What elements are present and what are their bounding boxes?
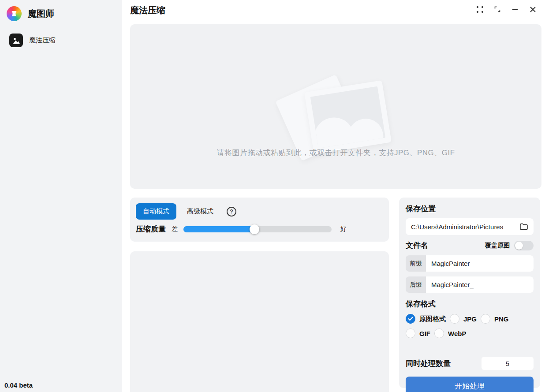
tab-advanced-mode[interactable]: 高级模式 — [180, 203, 220, 220]
image-dropzone[interactable]: 请将图片拖动或粘贴到此，或双击打开文件夹，支持JPG、PNG、GIF — [130, 24, 541, 189]
overwrite-original-label: 覆盖原图 — [485, 242, 510, 250]
file-list-panel — [130, 251, 389, 392]
sidebar-item-magic-compress[interactable]: 魔法压缩 — [9, 34, 117, 47]
concurrency-label: 同时处理数量 — [406, 358, 451, 369]
drag-dots-icon[interactable] — [471, 3, 489, 16]
save-settings-panel: 保存位置 C:\Users\Administrator\Pictures 文件名… — [399, 198, 540, 388]
maximize-icon[interactable] — [489, 3, 506, 16]
image-icon — [9, 34, 23, 47]
save-location-input[interactable]: C:\Users\Administrator\Pictures — [406, 218, 534, 235]
start-processing-button[interactable]: 开始处理 — [406, 377, 534, 392]
drag-dots-glyph — [477, 6, 483, 13]
sidebar-item-label: 魔法压缩 — [29, 36, 56, 45]
save-location-value: C:\Users\Administrator\Pictures — [411, 223, 519, 231]
quality-slider-thumb[interactable] — [250, 224, 259, 234]
version-label: 0.04 beta — [4, 381, 33, 389]
save-location-heading: 保存位置 — [406, 204, 534, 214]
quality-min-label: 差 — [172, 225, 178, 233]
app-logo-icon — [7, 6, 22, 21]
suffix-field: 后缀 — [406, 276, 534, 293]
minimize-icon[interactable] — [506, 3, 524, 16]
suffix-input[interactable] — [426, 276, 534, 293]
sidebar: 魔图师 魔法压缩 0.04 beta — [0, 0, 122, 392]
minimize-glyph — [511, 6, 519, 13]
format-option-original[interactable]: 原图格式 — [406, 314, 446, 324]
format-option-webp[interactable]: WebP — [434, 329, 466, 338]
radio-icon — [434, 329, 444, 338]
prefix-label: 前缀 — [406, 255, 426, 272]
dropzone-hint: 请将图片拖动或粘贴到此，或双击打开文件夹，支持JPG、PNG、GIF — [130, 148, 541, 158]
maximize-glyph — [494, 6, 501, 13]
save-format-heading: 保存格式 — [406, 299, 534, 309]
close-glyph — [529, 6, 537, 13]
close-icon[interactable] — [524, 3, 541, 16]
page-title: 魔法压缩 — [130, 4, 165, 16]
quality-max-label: 好 — [340, 225, 347, 233]
concurrency-input[interactable] — [482, 357, 534, 370]
folder-icon — [519, 223, 528, 231]
help-icon[interactable]: ? — [227, 207, 236, 217]
format-option-png[interactable]: PNG — [481, 314, 509, 324]
radio-icon — [481, 314, 490, 324]
radio-icon — [450, 314, 459, 324]
app-logo-row: 魔图师 — [0, 0, 122, 21]
format-option-gif[interactable]: GIF — [406, 329, 430, 338]
compression-settings-card: 自动模式 高级模式 ? 压缩质量 差 好 — [130, 198, 389, 242]
radio-icon — [406, 329, 415, 338]
prefix-input[interactable] — [426, 255, 534, 272]
format-option-jpg[interactable]: JPG — [450, 314, 477, 324]
overwrite-toggle[interactable] — [514, 241, 534, 250]
app-name: 魔图师 — [28, 8, 54, 20]
quality-slider-fill — [183, 226, 254, 232]
suffix-label: 后缀 — [406, 276, 426, 293]
radio-checked-icon — [406, 314, 415, 324]
prefix-field: 前缀 — [406, 255, 534, 272]
window-controls — [471, 3, 541, 16]
quality-label: 压缩质量 — [136, 224, 166, 234]
browse-folder-button[interactable] — [519, 223, 528, 231]
tab-auto-mode[interactable]: 自动模式 — [136, 203, 176, 220]
quality-slider[interactable] — [183, 226, 332, 232]
filename-heading: 文件名 — [406, 240, 428, 250]
toggle-knob — [515, 242, 523, 250]
